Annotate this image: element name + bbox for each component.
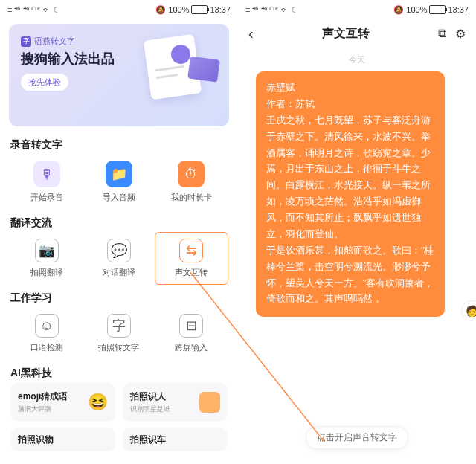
moon-icon: ☾ xyxy=(291,5,298,15)
status-bar: ≡ ⁴⁶ ⁴⁶ ᴸᵀᴱ ᯤ ☾ 🔕 100% 13:37 xyxy=(238,0,476,19)
battery-icon xyxy=(429,5,446,14)
banner-cta-button[interactable]: 抢先体验 xyxy=(21,74,68,91)
swap-icon: ⇆ xyxy=(179,239,203,262)
ai-card-face[interactable]: 拍照识人 识别明星是谁 xyxy=(123,383,228,422)
cell-photo-ocr[interactable]: 字 拍照转文字 xyxy=(83,308,155,359)
ai-card-emoji[interactable]: emoji猜成语 脑洞大评测 😆 xyxy=(10,383,115,422)
cell-cross-screen[interactable]: ⊟ 跨屏输入 xyxy=(155,308,228,359)
msg-body: 壬戌之秋，七月既望，苏子与客泛舟游于赤壁之下。清风徐来，水波不兴。举酒属客，诵明… xyxy=(266,113,434,309)
section-title: AI黑科技 xyxy=(10,367,228,380)
ai-card-partial[interactable]: 拍照识物 xyxy=(10,428,115,451)
wifi-icon: ᯤ xyxy=(280,5,289,14)
mic-icon: 🎙 xyxy=(33,161,60,187)
cell-speech-check[interactable]: ☺ 口语检测 xyxy=(10,308,83,359)
chat-icon: 💬 xyxy=(107,239,131,262)
hint-pill[interactable]: 点击开启声音转文字 xyxy=(306,426,408,449)
cell-import-audio[interactable]: 📁 导入音频 xyxy=(83,155,155,209)
smile-icon: ☺ xyxy=(35,314,59,338)
screen-icon: ⊟ xyxy=(179,314,203,338)
clock: 13:37 xyxy=(448,5,469,14)
page-header: ‹ 声文互转 ⧉ ⚙ xyxy=(238,19,476,48)
section-work: 工作学习 ☺ 口语检测 字 拍照转文字 ⊟ 跨屏输入 xyxy=(0,284,238,359)
banner-illustration xyxy=(125,37,222,97)
section-translate: 翻译交流 📷 拍照翻译 💬 对话翻译 ⇆ 声文互转 xyxy=(0,209,238,284)
day-label: 今天 xyxy=(248,54,466,65)
page-title: 声文互转 xyxy=(322,26,370,42)
left-screen: ≡ ⁴⁶ ⁴⁶ ᴸᵀᴱ ᯤ ☾ 🔕 100% 13:37 字 语燕转文字 搜狗输… xyxy=(0,0,238,464)
window-icon[interactable]: ⧉ xyxy=(438,27,446,41)
moon-icon: ☾ xyxy=(53,5,60,15)
folder-icon: 📁 xyxy=(106,161,132,187)
right-screen: ≡ ⁴⁶ ⁴⁶ ᴸᵀᴱ ᯤ ☾ 🔕 100% 13:37 ‹ 声文互转 ⧉ ⚙ … xyxy=(238,0,476,464)
emoji-icon: 😆 xyxy=(88,393,108,412)
cell-time-card[interactable]: ⏱ 我的时长卡 xyxy=(155,155,228,209)
cell-dialog-translate[interactable]: 💬 对话翻译 xyxy=(83,233,155,284)
section-audio: 录音转文字 🎙 开始录音 📁 导入音频 ⏱ 我的时长卡 xyxy=(0,131,238,209)
text-icon: 字 xyxy=(107,314,131,338)
network-indicator: ≡ ⁴⁶ ⁴⁶ ᴸᵀᴱ xyxy=(245,5,278,15)
back-button[interactable]: ‹ xyxy=(248,25,254,42)
clock: 13:37 xyxy=(210,5,231,14)
chat-area: 今天 赤壁赋 作者：苏轼 壬戌之秋，七月既望，苏子与客泛舟游于赤壁之下。清风徐来… xyxy=(238,48,476,321)
camera-icon: 📷 xyxy=(35,239,59,262)
ai-card-partial[interactable]: 拍照识车 xyxy=(123,428,228,451)
clock-icon: ⏱ xyxy=(178,161,205,187)
message-bubble[interactable]: 赤壁赋 作者：苏轼 壬戌之秋，七月既望，苏子与客泛舟游于赤壁之下。清风徐来，水波… xyxy=(256,71,445,317)
avatar[interactable]: 🧑 xyxy=(461,300,476,321)
wifi-icon: ᯤ xyxy=(42,5,51,14)
promo-banner[interactable]: 字 语燕转文字 搜狗输入法出品 抢先体验 xyxy=(9,24,229,126)
section-title: 工作学习 xyxy=(10,291,228,305)
msg-author: 作者：苏轼 xyxy=(266,97,434,113)
msg-title: 赤壁赋 xyxy=(266,80,434,97)
cell-voice-text-swap[interactable]: ⇆ 声文互转 xyxy=(155,232,228,285)
battery-text: 100% xyxy=(168,5,189,14)
network-indicator: ≡ ⁴⁶ ⁴⁶ ᴸᵀᴱ xyxy=(7,5,40,15)
section-ai: AI黑科技 xyxy=(0,359,238,380)
battery-text: 100% xyxy=(406,5,427,14)
section-title: 翻译交流 xyxy=(10,216,228,230)
status-bar: ≡ ⁴⁶ ⁴⁶ ᴸᵀᴱ ᯤ ☾ 🔕 100% 13:37 xyxy=(0,0,238,19)
face-icon xyxy=(199,392,220,413)
banner-tag: 字 语燕转文字 xyxy=(21,36,75,47)
cell-start-record[interactable]: 🎙 开始录音 xyxy=(10,155,83,209)
mute-icon: 🔕 xyxy=(155,5,166,15)
cell-photo-translate[interactable]: 📷 拍照翻译 xyxy=(10,233,83,284)
mute-icon: 🔕 xyxy=(393,5,404,15)
gear-icon[interactable]: ⚙ xyxy=(455,27,466,41)
battery-icon xyxy=(191,5,208,14)
section-title: 录音转文字 xyxy=(10,138,228,152)
